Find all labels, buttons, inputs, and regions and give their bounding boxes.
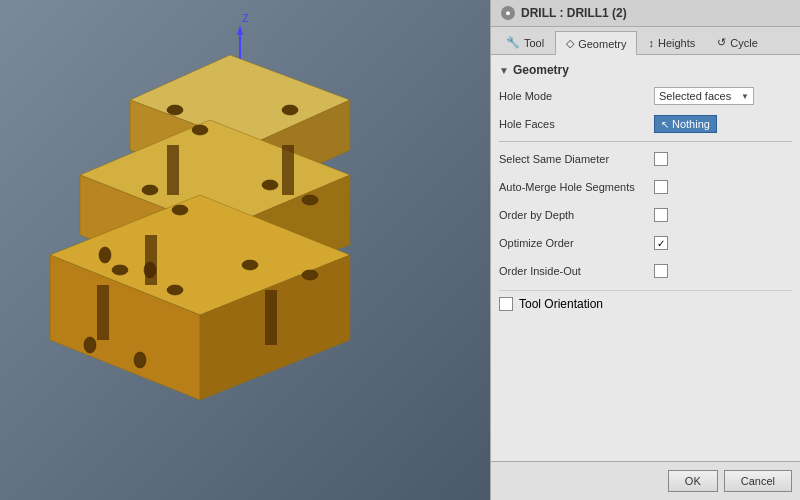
select-same-diameter-label: Select Same Diameter bbox=[499, 153, 654, 165]
optimize-order-control: ✓ bbox=[654, 236, 792, 250]
svg-point-22 bbox=[262, 180, 278, 190]
tab-geometry[interactable]: ◇ Geometry bbox=[555, 31, 637, 55]
svg-point-28 bbox=[167, 285, 183, 295]
svg-point-25 bbox=[112, 265, 128, 275]
optimize-order-label: Optimize Order bbox=[499, 237, 654, 249]
tool-icon: 🔧 bbox=[506, 36, 520, 49]
order-by-depth-row: Order by Depth bbox=[499, 204, 792, 226]
svg-point-31 bbox=[84, 337, 96, 353]
tab-heights[interactable]: ↕ Heights bbox=[637, 30, 706, 54]
svg-point-27 bbox=[302, 270, 318, 280]
select-same-diameter-control bbox=[654, 152, 792, 166]
order-inside-out-control bbox=[654, 264, 792, 278]
cancel-button[interactable]: Cancel bbox=[724, 470, 792, 492]
hole-mode-row: Hole Mode Selected faces ▼ bbox=[499, 85, 792, 107]
order-by-depth-control bbox=[654, 208, 792, 222]
svg-rect-34 bbox=[265, 290, 277, 345]
svg-point-26 bbox=[242, 260, 258, 270]
3d-viewport[interactable]: Z Y bbox=[0, 0, 490, 500]
select-same-diameter-checkbox[interactable] bbox=[654, 152, 668, 166]
order-inside-out-checkbox[interactable] bbox=[654, 264, 668, 278]
auto-merge-checkbox[interactable] bbox=[654, 180, 668, 194]
dropdown-arrow-icon: ▼ bbox=[741, 92, 749, 101]
tool-orientation-label: Tool Orientation bbox=[519, 297, 603, 311]
tab-tool[interactable]: 🔧 Tool bbox=[495, 30, 555, 54]
svg-point-23 bbox=[302, 195, 318, 205]
optimize-order-checkbox[interactable]: ✓ bbox=[654, 236, 668, 250]
tab-cycle[interactable]: ↺ Cycle bbox=[706, 30, 769, 54]
hole-faces-row: Hole Faces ↖ Nothing bbox=[499, 113, 792, 135]
optimize-order-row: Optimize Order ✓ bbox=[499, 232, 792, 254]
svg-rect-33 bbox=[97, 285, 109, 340]
nothing-button[interactable]: ↖ Nothing bbox=[654, 115, 717, 133]
section-arrow-icon: ▼ bbox=[499, 65, 509, 76]
order-by-depth-checkbox[interactable] bbox=[654, 208, 668, 222]
panel-title: DRILL : DRILL1 (2) bbox=[521, 6, 627, 20]
hole-mode-label: Hole Mode bbox=[499, 90, 654, 102]
order-inside-out-label: Order Inside-Out bbox=[499, 265, 654, 277]
auto-merge-label: Auto-Merge Hole Segments bbox=[499, 181, 654, 193]
auto-merge-control bbox=[654, 180, 792, 194]
geometry-section: ▼ Geometry bbox=[499, 63, 792, 77]
auto-merge-row: Auto-Merge Hole Segments bbox=[499, 176, 792, 198]
svg-point-20 bbox=[192, 125, 208, 135]
hole-mode-control: Selected faces ▼ bbox=[654, 87, 792, 105]
svg-point-29 bbox=[99, 247, 111, 263]
heights-icon: ↕ bbox=[648, 37, 654, 49]
ok-button[interactable]: OK bbox=[668, 470, 718, 492]
divider-1 bbox=[499, 141, 792, 142]
geometry-tab-icon: ◇ bbox=[566, 37, 574, 50]
select-same-diameter-row: Select Same Diameter bbox=[499, 148, 792, 170]
cycle-icon: ↺ bbox=[717, 36, 726, 49]
hole-faces-label: Hole Faces bbox=[499, 118, 654, 130]
svg-rect-37 bbox=[282, 145, 294, 195]
drill-icon: ● bbox=[501, 6, 515, 20]
svg-point-18 bbox=[167, 105, 183, 115]
tool-orientation-checkbox[interactable] bbox=[499, 297, 513, 311]
svg-point-32 bbox=[134, 352, 146, 368]
svg-point-19 bbox=[282, 105, 298, 115]
svg-rect-36 bbox=[167, 145, 179, 195]
bottom-bar: OK Cancel bbox=[491, 461, 800, 500]
panel-content: ▼ Geometry Hole Mode Selected faces ▼ Ho… bbox=[491, 55, 800, 461]
properties-panel: ● DRILL : DRILL1 (2) 🔧 Tool ◇ Geometry ↕… bbox=[490, 0, 800, 500]
svg-point-24 bbox=[172, 205, 188, 215]
title-bar: ● DRILL : DRILL1 (2) bbox=[491, 0, 800, 27]
hole-faces-control: ↖ Nothing bbox=[654, 115, 792, 133]
tab-bar: 🔧 Tool ◇ Geometry ↕ Heights ↺ Cycle bbox=[491, 27, 800, 55]
tool-orientation-row: Tool Orientation bbox=[499, 290, 792, 311]
order-inside-out-row: Order Inside-Out bbox=[499, 260, 792, 282]
svg-text:Z: Z bbox=[242, 12, 249, 24]
order-by-depth-label: Order by Depth bbox=[499, 209, 654, 221]
svg-point-21 bbox=[142, 185, 158, 195]
cursor-icon: ↖ bbox=[661, 119, 669, 130]
hole-mode-dropdown[interactable]: Selected faces ▼ bbox=[654, 87, 754, 105]
svg-rect-35 bbox=[145, 235, 157, 285]
